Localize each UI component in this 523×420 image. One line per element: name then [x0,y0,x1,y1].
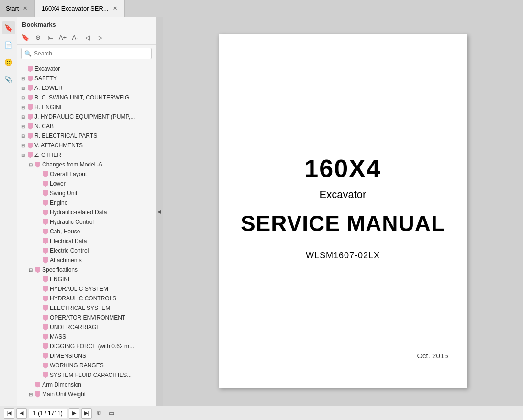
bm-icon-7[interactable]: ▷ [95,32,105,43]
toggle-j-hydraulic[interactable]: ⊞ [19,114,27,120]
tree-label-cab-house: Cab, House [50,228,80,235]
tab-doc[interactable]: 160X4 Excavator SER... ✕ [35,0,124,17]
tree-item-a-lower[interactable]: ⊞ A. LOWER [17,83,156,93]
tree-item-spec-mass[interactable]: MASS [17,332,156,342]
bm-icon-2[interactable]: ⊕ [33,32,43,43]
tree-item-overall-layout[interactable]: Overall Layout [17,169,156,179]
toggle-bc-swing[interactable]: ⊞ [19,95,27,100]
tree-item-main-unit-weight[interactable]: ⊟ Main Unit Weight [17,389,156,399]
tree-item-spec-undercarriage[interactable]: UNDERCARRIAGE [17,322,156,332]
toggle-n-cab[interactable]: ⊞ [19,124,27,129]
toggle-z-other[interactable]: ⊟ [19,153,27,158]
bm-marker-swing-unit [42,189,49,197]
doc-type: Excavator [241,188,445,201]
toggle-specifications[interactable]: ⊟ [27,267,34,273]
bm-marker-electric-control [42,247,49,254]
toggle-changes-model6[interactable]: ⊟ [27,162,34,167]
copy-page-icon[interactable]: ⧉ [94,408,104,419]
tree-label-spec-engine: ENGINE [50,276,72,283]
tree-label-v-attachments: V. ATTACHMENTS [34,142,83,149]
bm-icon-4[interactable]: A+ [57,32,68,43]
tree-item-hydraulic-control[interactable]: Hydraulic Control [17,217,156,227]
tab-bar: Start ✕ 160X4 Excavator SER... ✕ [0,0,523,17]
tree-label-spec-fluid: SYSTEM FLUID CAPACITIES... [50,372,132,378]
bm-icon-5[interactable]: A- [70,32,80,43]
tree-item-lower[interactable]: Lower [17,179,156,188]
tree-label-spec-dimensions: DIMENSIONS [50,353,86,359]
tree-label-attachments: Attachments [50,257,82,264]
tree-item-spec-digging[interactable]: DIGGING FORCE (with 0.62 m... [17,342,156,351]
nav-first-btn[interactable]: |◀ [4,408,14,419]
single-page-icon[interactable]: ▭ [106,408,117,419]
tree-item-spec-operator[interactable]: OPERATOR ENVIRONMENT [17,313,156,322]
tab-start[interactable]: Start ✕ [0,0,35,17]
clip-icon[interactable]: 📎 [2,73,15,86]
tree-item-spec-hydraulic-sys[interactable]: HYDRAULIC SYSTEM [17,284,156,294]
tree-label-h-engine: H. ENGINE [34,104,64,111]
tree-item-v-attachments[interactable]: ⊞ V. ATTACHMENTS [17,141,156,150]
bm-marker-attachments [42,256,49,264]
tree-item-spec-dimensions[interactable]: DIMENSIONS [17,351,156,361]
toggle-a-lower[interactable]: ⊞ [19,86,27,91]
tree-item-r-electrical[interactable]: ⊞ R. ELECTRICAL PARTS [17,131,156,141]
toggle-v-attachments[interactable]: ⊞ [19,143,27,148]
doc-model: 160X4 [241,154,445,183]
panel-collapse-arrow[interactable]: ◀ [156,17,163,406]
tree-item-cab-house[interactable]: Cab, House [17,227,156,236]
tree-container[interactable]: Excavator ⊞ SAFETY ⊞ A. LOWER ⊞ B. [17,62,156,406]
tree-item-changes-model6[interactable]: ⊟ Changes from Model -6 [17,160,156,169]
tree-item-attachments[interactable]: Attachments [17,255,156,265]
tab-doc-close[interactable]: ✕ [111,5,119,12]
toggle-r-electrical[interactable]: ⊞ [19,133,27,139]
faces-icon[interactable]: 🙂 [2,55,15,69]
tree-item-specifications[interactable]: ⊟ Specifications [17,265,156,275]
tree-item-spec-electrical[interactable]: ELECTRICAL SYSTEM [17,303,156,313]
tree-item-j-hydraulic[interactable]: ⊞ J. HYDRAULIC EQUIPMENT (PUMP,... [17,112,156,122]
tree-item-n-cab[interactable]: ⊞ N. CAB [17,122,156,131]
tree-label-overall-layout: Overall Layout [50,171,87,177]
tree-label-arm-dimension: Arm Dimension [42,381,81,388]
bm-marker-changes-model6 [34,161,41,168]
bm-marker-z-other [27,151,33,159]
tree-label-j-hydraulic: J. HYDRAULIC EQUIPMENT (PUMP,... [34,113,135,120]
tree-item-spec-hydraulic-ctrl[interactable]: HYDRAULIC CONTROLS [17,294,156,303]
toggle-main-unit-weight[interactable]: ⊟ [27,392,34,397]
tree-item-electrical-data[interactable]: Electrical Data [17,236,156,246]
bookmark-panel-icon[interactable]: 🔖 [2,21,15,34]
page-input[interactable] [29,409,67,418]
tree-label-electric-control: Electric Control [50,247,89,254]
tree-item-safety[interactable]: ⊞ SAFETY [17,74,156,83]
search-icon: 🔍 [24,50,32,57]
tree-item-arm-dimension[interactable]: Arm Dimension [17,380,156,389]
tree-item-engine[interactable]: Engine [17,198,156,208]
tab-start-close[interactable]: ✕ [22,5,29,12]
toggle-h-engine[interactable]: ⊞ [19,105,27,110]
nav-last-btn[interactable]: ▶| [81,408,92,419]
tree-item-electric-control[interactable]: Electric Control [17,246,156,255]
tab-start-label: Start [6,5,19,12]
tree-item-spec-engine[interactable]: ENGINE [17,275,156,284]
bm-icon-6[interactable]: ◁ [82,32,93,43]
search-input[interactable] [21,48,152,59]
tree-item-z-other[interactable]: ⊟ Z. OTHER [17,150,156,160]
bm-marker-spec-working [42,362,49,369]
nav-next-btn[interactable]: ▶ [69,408,79,419]
bm-marker-cab-house [42,228,49,235]
toggle-safety[interactable]: ⊞ [19,76,27,81]
tree-item-bc-swing[interactable]: ⊞ B. C. SWING UNIT, COUNTERWEIG... [17,93,156,102]
bm-icon-1[interactable]: 🔖 [20,32,31,43]
tree-item-spec-fluid[interactable]: SYSTEM FLUID CAPACITIES... [17,370,156,380]
nav-prev-btn[interactable]: ◀ [16,408,27,419]
tree-item-spec-working[interactable]: WORKING RANGES [17,361,156,370]
tree-item-hydraulic-related[interactable]: Hydraulic-related Data [17,208,156,217]
bm-icon-3[interactable]: 🏷 [45,32,56,43]
tree-label-spec-hydraulic-sys: HYDRAULIC SYSTEM [50,286,108,292]
layers-icon[interactable]: 📄 [2,38,15,52]
bm-marker-spec-hydraulic-ctrl [42,295,49,302]
tree-item-h-engine[interactable]: ⊞ H. ENGINE [17,102,156,112]
bm-marker-spec-digging [42,343,49,350]
bm-marker-r-electrical [27,132,33,140]
bm-marker-arm-dimension [34,381,41,388]
tree-item-swing-unit[interactable]: Swing Unit [17,188,156,198]
tree-item-excavator[interactable]: Excavator [17,64,156,74]
